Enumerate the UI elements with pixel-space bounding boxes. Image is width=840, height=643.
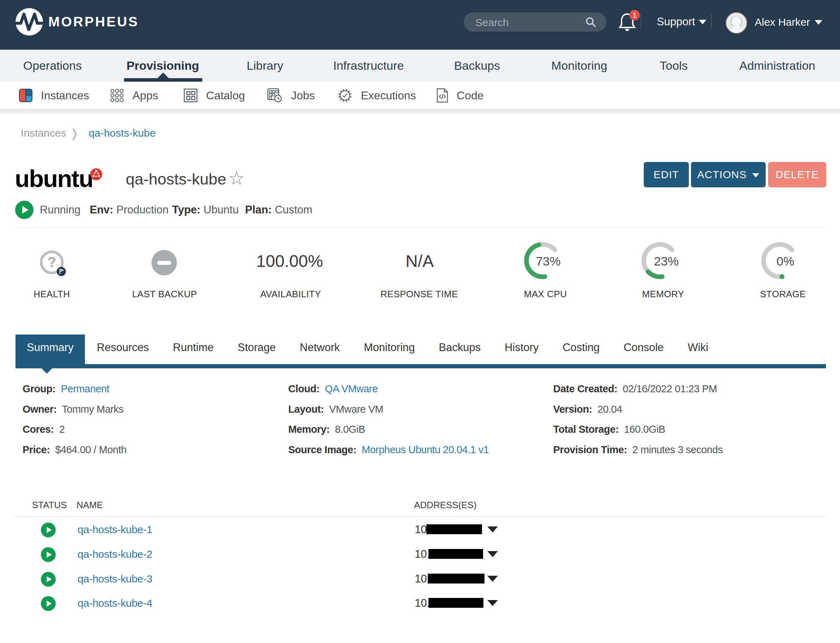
svg-text:?: ?	[47, 254, 56, 270]
